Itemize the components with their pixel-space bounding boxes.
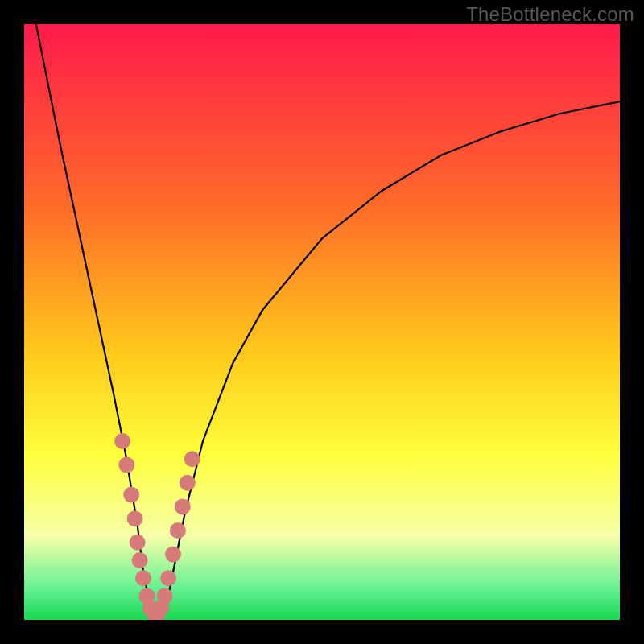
scatter-dot bbox=[132, 552, 148, 568]
scatter-dot bbox=[118, 457, 134, 473]
scatter-dot bbox=[175, 498, 191, 514]
scatter-dot bbox=[165, 547, 181, 563]
scatter-dot bbox=[184, 451, 200, 467]
scatter-dot bbox=[127, 510, 143, 526]
scatter-dot bbox=[170, 522, 186, 539]
scatter-dot bbox=[180, 475, 196, 491]
scatter-dots bbox=[114, 433, 200, 620]
scatter-dot bbox=[123, 487, 139, 503]
scatter-dot bbox=[130, 535, 146, 551]
scatter-dot bbox=[157, 588, 173, 604]
bottleneck-curve bbox=[24, 24, 620, 614]
curve-layer bbox=[24, 24, 620, 620]
watermark-text: TheBottleneck.com bbox=[466, 3, 634, 26]
scatter-dot bbox=[160, 570, 176, 586]
scatter-dot bbox=[135, 570, 151, 586]
chart-frame: TheBottleneck.com bbox=[0, 0, 644, 644]
scatter-dot bbox=[114, 433, 130, 449]
plot-area bbox=[24, 24, 620, 620]
